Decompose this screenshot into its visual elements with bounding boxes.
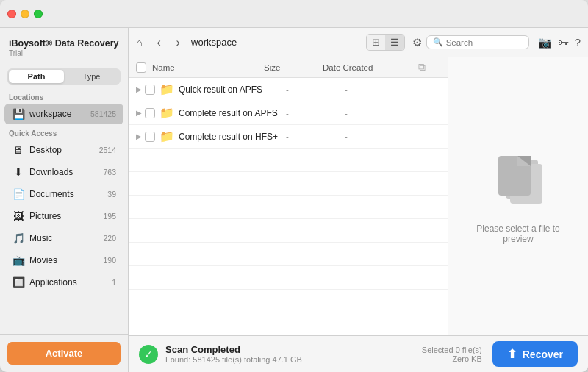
table-row-empty — [129, 149, 448, 172]
home-button[interactable]: ⌂ — [136, 36, 143, 49]
sidebar-count-movies: 190 — [103, 256, 116, 265]
table-row[interactable]: ▶ 📁 Complete result on APFS - - — [129, 101, 448, 125]
nav-buttons: ‹ › — [150, 34, 187, 51]
table-row[interactable]: ▶ 📁 Quick result on APFS - - — [129, 78, 448, 101]
row-checkbox[interactable] — [145, 108, 155, 118]
table-row-empty — [129, 266, 448, 290]
folder-icon: 📁 — [159, 129, 174, 143]
sidebar-item-documents[interactable]: 📄 Documents 39 — [4, 184, 123, 204]
toolbar-right-icons: 📷 🗝 ? — [538, 36, 581, 49]
sidebar-label-documents: Documents — [29, 189, 104, 199]
sidebar-item-desktop[interactable]: 🖥 Desktop 2514 — [4, 140, 123, 160]
workspace-count: 581425 — [90, 110, 116, 118]
list-view-button[interactable]: ☰ — [385, 35, 404, 50]
preview-doc-svg — [485, 149, 551, 215]
app-subtitle: Trial — [9, 49, 119, 57]
row-checkbox[interactable] — [145, 85, 155, 95]
sidebar: iBoysoft® Data Recovery Trial Path Type … — [0, 28, 129, 372]
search-input[interactable] — [446, 38, 523, 47]
camera-icon[interactable]: 📷 — [538, 36, 552, 49]
table-row-empty — [129, 219, 448, 243]
file-area: Name Size Date Created ⧉ ▶ 📁 Quick resu — [129, 57, 588, 335]
row-date: - — [345, 85, 440, 94]
help-icon[interactable]: ? — [575, 36, 581, 49]
row-date: - — [345, 132, 440, 141]
sidebar-item-movies[interactable]: 📺 Movies 190 — [4, 250, 123, 271]
key-icon[interactable]: 🗝 — [558, 36, 569, 49]
table-row[interactable]: ▶ 📁 Complete result on HFS+ - - — [129, 125, 448, 149]
scan-status: Scan Completed Found: 581425 file(s) tot… — [165, 344, 302, 364]
maximize-button[interactable] — [34, 10, 43, 18]
sidebar-label-downloads: Downloads — [29, 167, 100, 177]
preview-pane: Please select a file to preview — [448, 57, 588, 335]
recover-label: Recover — [523, 348, 563, 360]
app-window: iBoysoft® Data Recovery Trial Path Type … — [0, 0, 588, 372]
sidebar-label-desktop: Desktop — [29, 145, 96, 155]
movies-icon: 📺 — [12, 254, 25, 267]
sidebar-label-music: Music — [29, 233, 100, 243]
sidebar-label-movies: Movies — [29, 255, 100, 265]
toolbar: ⌂ ‹ › workspace ⊞ ☰ ⚙ 🔍 📷 🗝 — [129, 28, 588, 57]
filter-icon[interactable]: ⚙ — [412, 36, 422, 49]
workspace-label: workspace — [29, 109, 87, 119]
recover-icon: ⬆ — [507, 347, 517, 361]
sidebar-count-pictures: 195 — [103, 212, 116, 221]
minimize-button[interactable] — [21, 10, 29, 18]
selected-info: Selected 0 file(s) Zero KB — [422, 346, 482, 363]
recover-button[interactable]: ⬆ Recover — [492, 341, 578, 367]
table-row-empty — [129, 172, 448, 196]
row-checkbox[interactable] — [145, 132, 155, 142]
file-list-pane[interactable]: Name Size Date Created ⧉ ▶ 📁 Quick resu — [129, 57, 448, 335]
table-row-empty — [129, 243, 448, 266]
activate-button[interactable]: Activate — [7, 342, 121, 365]
titlebar — [0, 0, 588, 28]
bottom-bar: ✓ Scan Completed Found: 581425 file(s) t… — [129, 335, 588, 372]
expand-icon[interactable]: ▶ — [136, 132, 142, 140]
back-button[interactable]: ‹ — [150, 34, 168, 51]
scan-complete-icon: ✓ — [139, 345, 158, 364]
traffic-lights — [7, 10, 43, 18]
folder-icon: 📁 — [159, 82, 174, 96]
sidebar-count-documents: 39 — [107, 190, 116, 198]
expand-icon[interactable]: ▶ — [136, 109, 142, 117]
row-name: Complete result on HFS+ — [179, 132, 286, 142]
tab-type[interactable]: Type — [64, 70, 119, 83]
sidebar-item-pictures[interactable]: 🖼 Pictures 195 — [4, 206, 123, 226]
tab-path[interactable]: Path — [9, 70, 64, 83]
right-panel: ⌂ ‹ › workspace ⊞ ☰ ⚙ 🔍 📷 🗝 — [129, 28, 588, 372]
select-all-checkbox[interactable] — [136, 62, 146, 73]
pictures-icon: 🖼 — [12, 210, 25, 223]
col-extra-header: ⧉ — [418, 61, 440, 74]
sidebar-item-downloads[interactable]: ⬇ Downloads 763 — [4, 162, 123, 182]
close-button[interactable] — [7, 10, 16, 18]
sidebar-header: iBoysoft® Data Recovery Trial — [0, 28, 128, 62]
row-size: - — [286, 85, 345, 94]
desktop-icon: 🖥 — [12, 143, 25, 157]
sidebar-bottom: Activate — [0, 334, 128, 372]
expand-icon[interactable]: ▶ — [136, 85, 142, 93]
workspace-icon: 💾 — [12, 107, 25, 121]
row-size: - — [286, 109, 345, 118]
folder-icon: 📁 — [159, 106, 174, 120]
sidebar-item-workspace[interactable]: 💾 workspace 581425 — [4, 104, 123, 124]
forward-button[interactable]: › — [169, 34, 187, 51]
col-name-header: Name — [152, 63, 264, 72]
sidebar-count-downloads: 763 — [103, 168, 116, 176]
view-toggle: ⊞ ☰ — [366, 34, 405, 51]
sidebar-item-music[interactable]: 🎵 Music 220 — [4, 228, 123, 248]
main-content: iBoysoft® Data Recovery Trial Path Type … — [0, 28, 588, 372]
music-icon: 🎵 — [12, 232, 25, 245]
table-row-empty — [129, 196, 448, 219]
col-size-header: Size — [264, 63, 323, 72]
scan-status-detail: Found: 581425 file(s) totaling 47.1 GB — [165, 355, 302, 364]
locations-label: Locations — [0, 89, 128, 103]
downloads-icon: ⬇ — [12, 165, 25, 179]
toolbar-path: workspace — [191, 37, 237, 48]
sidebar-count-desktop: 2514 — [99, 146, 116, 154]
documents-icon: 📄 — [12, 187, 25, 201]
tab-bar: Path Type — [7, 68, 121, 85]
sidebar-count-applications: 1 — [112, 278, 116, 287]
grid-view-button[interactable]: ⊞ — [367, 35, 385, 50]
sidebar-item-applications[interactable]: 🔲 Applications 1 — [4, 272, 123, 293]
row-name: Quick result on APFS — [179, 85, 286, 95]
